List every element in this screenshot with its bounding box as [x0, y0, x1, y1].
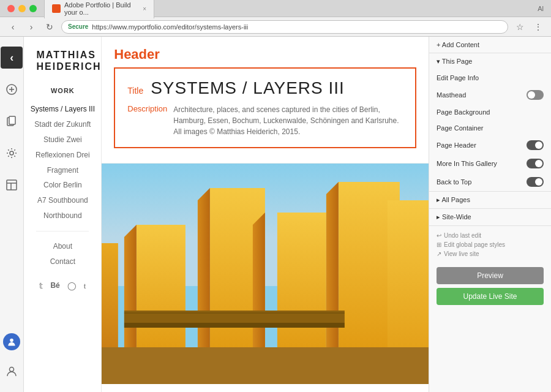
nav-item-fragment[interactable]: Fragment [24, 163, 101, 178]
undo-item[interactable]: ↩ Undo last edit [437, 231, 544, 240]
svg-rect-23 [124, 311, 345, 323]
right-panel: + Add Content ▾ This Page Edit Page Info… [429, 37, 551, 392]
toggle-knob [535, 141, 542, 149]
behance-icon[interactable]: Bé [50, 281, 59, 291]
minimize-dot[interactable] [18, 5, 26, 12]
global-styles-item[interactable]: ⊞ Edit global page styles [437, 240, 544, 249]
edit-page-info-label: Edit Page Info [437, 74, 479, 81]
svg-rect-24 [124, 323, 345, 328]
nav-section-label: WORK [24, 87, 101, 94]
user-profile-tool[interactable] [1, 360, 23, 382]
masthead-item[interactable]: Masthead [429, 86, 551, 104]
nav-item-northbound[interactable]: Northbound [24, 208, 101, 224]
global-styles-label: Edit global page styles [444, 241, 505, 248]
svg-rect-14 [277, 213, 326, 360]
nav-item-studie[interactable]: Studie Zwei [24, 132, 101, 148]
view-live-label: View live site [444, 251, 479, 257]
this-page-label: ▾ This Page [437, 58, 472, 66]
nav-item-about[interactable]: About [24, 239, 101, 254]
settings-tool[interactable] [1, 142, 23, 164]
instagram-icon[interactable]: ◯ [67, 281, 77, 291]
pages-tool[interactable] [1, 110, 23, 132]
tab-close-btn[interactable]: × [143, 6, 146, 12]
all-pages-section: ▸ All Pages [429, 192, 551, 209]
all-pages-header[interactable]: ▸ All Pages [429, 192, 551, 208]
page-container-item[interactable]: Page Container [429, 120, 551, 136]
layout-tool[interactable] [1, 174, 23, 196]
svg-point-9 [10, 339, 13, 342]
svg-rect-26 [102, 347, 429, 384]
layout-icon [6, 179, 18, 191]
undo-icon: ↩ [437, 232, 441, 239]
nav-item-reflexionen[interactable]: Reflexionen Drei [24, 148, 101, 163]
header-section: Header Title SYSTEMS / LAYERS III Descri… [102, 37, 429, 164]
masthead-toggle[interactable] [527, 90, 544, 100]
nav-item-color-berlin[interactable]: Color Berlin [24, 178, 101, 193]
preview-button[interactable]: Preview [437, 267, 544, 284]
title-field-label: Title [127, 86, 143, 96]
nav-item-contact[interactable]: Contact [24, 254, 101, 270]
tumblr-icon[interactable]: t [84, 281, 86, 291]
hero-image [102, 164, 429, 384]
page-header-item[interactable]: Page Header [429, 136, 551, 154]
panel-footer: ↩ Undo last edit ⊞ Edit global page styl… [429, 226, 551, 263]
back-button[interactable]: ‹ [1, 47, 23, 69]
address-bar[interactable]: Secure https://www.myportfolio.com/edito… [61, 20, 508, 34]
global-styles-icon: ⊞ [437, 241, 441, 248]
bookmark-button[interactable]: ☆ [513, 20, 527, 34]
site-wide-header[interactable]: ▸ Site-Wide [429, 209, 551, 225]
more-in-gallery-toggle[interactable] [527, 159, 544, 168]
close-dot[interactable] [7, 5, 15, 12]
browser-tabs: Adobe Portfolio | Build your o... × [44, 0, 154, 18]
svg-point-10 [10, 368, 14, 372]
back-to-top-item[interactable]: Back to Top [429, 173, 551, 191]
toggle-knob [528, 91, 535, 99]
more-in-gallery-label: More In This Gallery [437, 160, 497, 167]
twitter-icon[interactable]: 𝕥 [39, 281, 43, 291]
edit-page-info-item[interactable]: Edit Page Info [429, 70, 551, 86]
add-content-item[interactable]: + Add Content [429, 37, 551, 53]
nav-item-a7[interactable]: A7 Southbound [24, 193, 101, 208]
active-tab[interactable]: Adobe Portfolio | Build your o... × [44, 0, 154, 18]
profile-icon [6, 365, 18, 377]
update-live-site-button[interactable]: Update Live Site [437, 288, 544, 305]
toggle-knob [535, 160, 542, 167]
view-live-item[interactable]: ↗ View live site [437, 249, 544, 258]
add-tool[interactable] [1, 78, 23, 100]
refresh-button[interactable]: ↻ [43, 20, 56, 34]
window-controls [7, 5, 37, 12]
site-sidebar: MATTHIAS HEIDERICH WORK Systems / Layers… [24, 37, 102, 392]
forward-button[interactable]: › [24, 20, 38, 34]
page-background-item[interactable]: Page Background [429, 104, 551, 120]
page-header-toggle[interactable] [527, 140, 544, 150]
view-live-icon: ↗ [437, 251, 441, 257]
avatar[interactable] [3, 333, 20, 350]
nav-item-systems-layers[interactable]: Systems / Layers III [24, 102, 101, 117]
svg-marker-22 [124, 225, 137, 360]
back-button[interactable]: ‹ [6, 20, 20, 34]
nav-secondary: About Contact [24, 239, 101, 270]
gear-icon [6, 147, 18, 159]
main-area: ‹ MATTHIAS HEIDERICH [0, 37, 551, 392]
all-pages-label: ▸ All Pages [437, 196, 470, 204]
svg-point-5 [10, 151, 13, 155]
back-arrow-icon: ‹ [10, 51, 13, 64]
secure-badge: Secure [68, 23, 88, 30]
more-in-gallery-item[interactable]: More In This Gallery [429, 154, 551, 173]
social-row: 𝕥 Bé ◯ t [24, 281, 101, 297]
editor-sidebar: ‹ [0, 37, 24, 392]
page-description[interactable]: Architecture, places, and scenes capture… [173, 104, 403, 137]
this-page-header[interactable]: ▾ This Page [429, 53, 551, 70]
settings-button[interactable]: ⋮ [531, 20, 545, 34]
maximize-dot[interactable] [29, 5, 37, 12]
add-icon [6, 83, 18, 96]
architecture-illustration [102, 164, 429, 384]
back-to-top-toggle[interactable] [527, 177, 544, 187]
page-container-label: Page Container [437, 124, 483, 132]
this-page-section: ▾ This Page Edit Page Info Masthead Page… [429, 53, 551, 192]
browser-ai-label: Al [538, 5, 544, 12]
browser-toolbar: ‹ › ↻ Secure https://www.myportfolio.com… [0, 17, 551, 37]
page-title[interactable]: SYSTEMS / LAYERS III [151, 78, 345, 98]
nav-item-stadt[interactable]: Stadt der Zukunft [24, 117, 101, 132]
browser-titlebar: Adobe Portfolio | Build your o... × Al [0, 0, 551, 17]
